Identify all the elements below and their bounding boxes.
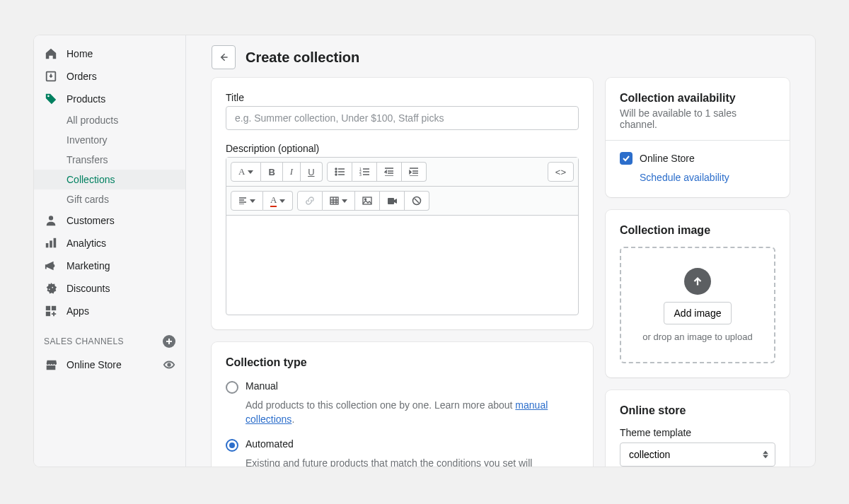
nav-online-store-label: Online Store — [67, 359, 122, 370]
nav-collections[interactable]: Collections — [34, 170, 185, 189]
svg-rect-16 — [363, 197, 371, 204]
nav-home[interactable]: Home — [34, 42, 185, 65]
nav-discounts-label: Discounts — [67, 283, 110, 294]
online-store-card: Online store Theme template collection A… — [606, 390, 790, 467]
nav-orders-label: Orders — [67, 71, 97, 82]
nav-discounts[interactable]: Discounts — [34, 277, 185, 300]
store-icon — [44, 358, 58, 372]
rte-number-list-button[interactable]: 123 — [352, 162, 377, 182]
rte-link-button[interactable] — [297, 191, 323, 211]
radio-automated-row[interactable]: Automated — [226, 438, 579, 452]
nav-products[interactable]: Products — [34, 88, 185, 110]
image-upload-dropzone[interactable]: Add image or drop an image to upload — [620, 247, 775, 363]
view-store-icon[interactable] — [163, 358, 175, 371]
rte-italic-button[interactable]: I — [283, 162, 301, 182]
availability-online-store-row[interactable]: Online Store — [620, 152, 775, 165]
radio-automated[interactable] — [226, 439, 238, 452]
upload-arrow-icon — [684, 268, 711, 295]
svg-rect-18 — [388, 198, 394, 204]
availability-card: Collection availability Will be availabl… — [606, 78, 790, 197]
megaphone-icon — [44, 259, 58, 273]
nav-marketing-label: Marketing — [67, 260, 110, 271]
title-input[interactable] — [226, 106, 579, 130]
title-label: Title — [226, 92, 579, 103]
svg-rect-4 — [54, 238, 57, 248]
collection-type-card: Collection type Manual Add products to t… — [212, 342, 593, 467]
collection-type-heading: Collection type — [226, 356, 579, 369]
svg-point-8 — [168, 363, 171, 366]
tag-icon — [44, 92, 58, 106]
radio-automated-label: Automated — [246, 438, 294, 450]
rte-format-dropdown[interactable]: A — [231, 162, 261, 182]
nav-home-label: Home — [67, 48, 93, 59]
nav-customers-label: Customers — [67, 215, 115, 226]
checkbox-online-store[interactable] — [620, 152, 633, 165]
svg-rect-6 — [52, 306, 56, 310]
rich-text-editor: A B I U 123 — [226, 157, 579, 315]
svg-rect-7 — [46, 312, 50, 316]
arrow-left-icon — [218, 52, 229, 63]
availability-sub: Will be available to 1 sales channel. — [620, 107, 775, 130]
rte-table-dropdown[interactable] — [323, 191, 355, 211]
back-button[interactable] — [212, 45, 236, 69]
rte-html-button[interactable]: <> — [548, 162, 574, 182]
svg-point-10 — [335, 171, 337, 172]
rte-video-button[interactable] — [380, 191, 405, 211]
svg-rect-2 — [46, 243, 49, 247]
add-image-button[interactable]: Add image — [664, 302, 732, 324]
nav-products-label: Products — [67, 93, 105, 105]
rte-color-dropdown[interactable]: A — [263, 191, 293, 211]
svg-point-9 — [335, 168, 337, 170]
rte-outdent-button[interactable] — [377, 162, 402, 182]
rte-image-button[interactable] — [355, 191, 380, 211]
rte-clear-button[interactable] — [405, 191, 429, 211]
svg-rect-3 — [50, 240, 52, 247]
orders-icon — [44, 69, 58, 83]
person-icon — [44, 213, 58, 228]
availability-online-store-label: Online Store — [640, 153, 695, 164]
nav-transfers[interactable]: Transfers — [34, 150, 185, 170]
svg-point-17 — [365, 199, 366, 200]
rte-toolbar-row2: A — [226, 187, 578, 216]
home-icon — [44, 47, 58, 61]
nav-inventory[interactable]: Inventory — [34, 130, 185, 150]
sales-channels-header: SALES CHANNELS — [34, 322, 185, 353]
nav-marketing[interactable]: Marketing — [34, 254, 185, 277]
theme-template-label: Theme template — [620, 427, 775, 438]
main-content: Create collection Title Description (opt… — [186, 35, 815, 467]
automated-desc-text: Existing and future products that match … — [246, 457, 532, 467]
rte-toolbar: A B I U 123 — [226, 158, 578, 187]
rte-indent-button[interactable] — [402, 162, 427, 182]
schedule-availability-link[interactable]: Schedule availability — [620, 172, 729, 183]
nav-analytics[interactable]: Analytics — [34, 232, 185, 254]
radio-manual-desc: Add products to this collection one by o… — [246, 398, 579, 427]
add-channel-button[interactable] — [163, 335, 175, 348]
sales-channels-label: SALES CHANNELS — [44, 336, 124, 346]
nav-all-products[interactable]: All products — [34, 110, 185, 130]
radio-automated-desc: Existing and future products that match … — [246, 456, 579, 467]
discount-icon — [44, 281, 58, 295]
rte-body[interactable] — [226, 216, 578, 315]
radio-manual-row[interactable]: Manual — [226, 380, 579, 394]
rte-align-dropdown[interactable] — [231, 191, 263, 211]
radio-manual-label: Manual — [246, 380, 278, 392]
online-store-heading: Online store — [620, 404, 775, 417]
rte-underline-button[interactable]: U — [301, 162, 322, 182]
rte-bold-button[interactable]: B — [261, 162, 282, 182]
nav-gift-cards[interactable]: Gift cards — [34, 189, 185, 209]
theme-template-select[interactable]: collection — [620, 443, 775, 467]
description-label: Description (optional) — [226, 143, 579, 154]
svg-point-1 — [49, 216, 53, 220]
collection-image-card: Collection image Add image or drop an im… — [606, 210, 790, 377]
page-header: Create collection — [186, 40, 815, 78]
nav-online-store[interactable]: Online Store — [34, 353, 185, 376]
manual-desc-text: Add products to this collection one by o… — [246, 399, 515, 411]
nav-analytics-label: Analytics — [67, 238, 106, 249]
nav-apps-label: Apps — [67, 305, 89, 317]
radio-manual[interactable] — [226, 381, 238, 394]
svg-point-11 — [335, 174, 337, 175]
rte-bullet-list-button[interactable] — [327, 162, 352, 182]
nav-apps[interactable]: Apps — [34, 300, 185, 322]
nav-customers[interactable]: Customers — [34, 209, 185, 232]
nav-orders[interactable]: Orders — [34, 65, 185, 88]
